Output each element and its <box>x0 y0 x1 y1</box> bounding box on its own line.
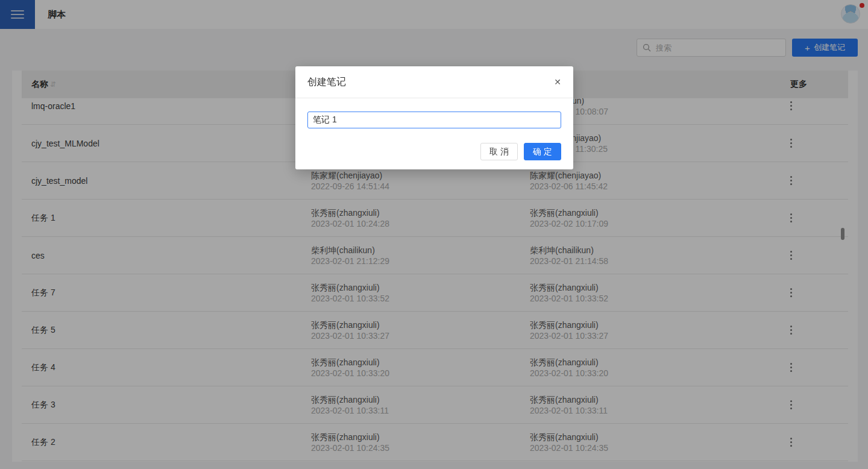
cancel-button[interactable]: 取 消 <box>480 143 518 160</box>
modal-header: 创建笔记 ✕ <box>295 66 573 98</box>
close-icon[interactable]: ✕ <box>554 78 561 86</box>
create-note-modal: 创建笔记 ✕ 取 消 确 定 <box>295 66 573 169</box>
note-name-input[interactable] <box>307 112 561 128</box>
modal-footer: 取 消 确 定 <box>295 128 573 160</box>
confirm-button[interactable]: 确 定 <box>524 143 561 160</box>
modal-body <box>295 98 573 128</box>
modal-title: 创建笔记 <box>307 76 346 89</box>
